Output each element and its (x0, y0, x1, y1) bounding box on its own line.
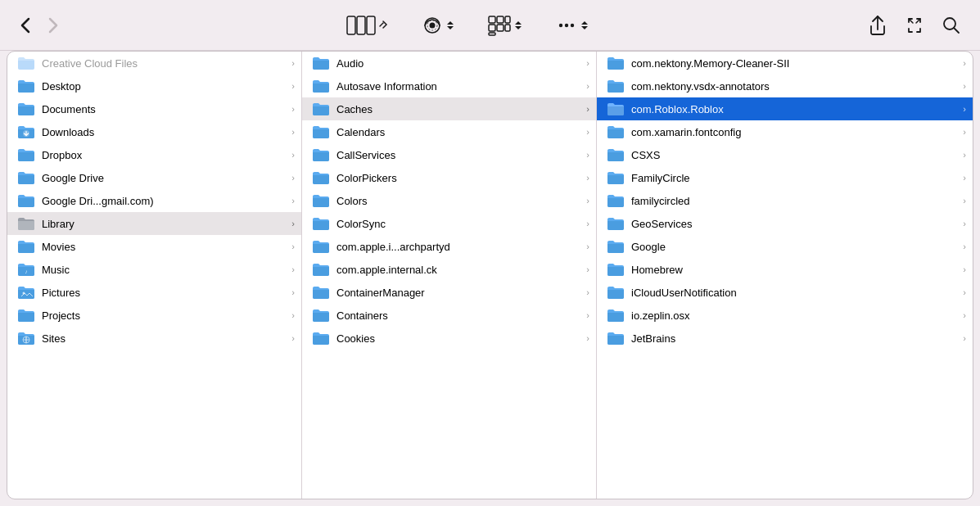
list-item[interactable]: io.zeplin.osx› (597, 304, 973, 327)
list-item[interactable]: Caches› (302, 97, 596, 120)
list-item[interactable]: com.Roblox.Roblox› (597, 97, 973, 120)
file-name: CSXS (631, 149, 960, 161)
svg-rect-12 (489, 33, 495, 35)
list-item[interactable]: Calendars› (302, 120, 596, 143)
list-item[interactable]: familycircled› (597, 189, 973, 212)
file-name: ContainerManager (336, 287, 583, 299)
chevron-icon: › (586, 104, 589, 114)
chevron-icon: › (586, 150, 589, 160)
list-item[interactable]: Pictures› (7, 281, 301, 304)
list-item[interactable]: Google Dri...gmail.com)› (7, 189, 301, 212)
list-item[interactable]: ColorPickers› (302, 166, 596, 189)
view-toggle-button[interactable] (340, 11, 395, 39)
chevron-icon: › (291, 287, 295, 297)
apps-view-button[interactable] (481, 11, 529, 39)
list-item[interactable]: Documents› (7, 97, 301, 120)
folder-icon (607, 285, 625, 300)
svg-rect-6 (489, 16, 495, 23)
chevron-icon: › (963, 150, 966, 160)
folder-icon (17, 308, 35, 323)
list-item[interactable]: ♪ Music› (7, 258, 301, 281)
list-item[interactable]: FamilyCircle› (597, 166, 973, 189)
svg-rect-9 (489, 25, 495, 31)
list-item[interactable]: Google Drive› (7, 166, 301, 189)
list-item[interactable]: CSXS› (597, 143, 973, 166)
list-item[interactable]: Dropbox› (7, 143, 301, 166)
folder-icon (607, 79, 625, 93)
chevron-icon: › (963, 196, 966, 206)
list-item[interactable]: Colors› (302, 189, 596, 212)
list-item[interactable]: Autosave Information› (302, 75, 596, 97)
folder-icon (17, 56, 35, 70)
chevron-icon: › (963, 287, 966, 297)
chevron-icon: › (291, 173, 295, 183)
chevron-icon: › (963, 127, 966, 137)
chevron-icon: › (963, 264, 966, 274)
file-name: FamilyCircle (631, 172, 960, 184)
list-item[interactable]: Containers› (302, 304, 596, 327)
file-name: Music (42, 264, 288, 276)
list-item[interactable]: CallServices› (302, 143, 596, 166)
file-name: ColorPickers (336, 172, 583, 184)
list-item[interactable]: Google› (597, 235, 973, 258)
folder-icon (607, 102, 625, 116)
file-name: JetBrains (631, 332, 960, 345)
more-options-button[interactable] (549, 13, 595, 38)
file-name: Calendars (336, 126, 583, 138)
list-item[interactable]: com.apple.i...archpartyd› (302, 235, 596, 258)
list-item[interactable]: Desktop› (7, 75, 301, 97)
list-item[interactable]: com.xamarin.fontconfig› (597, 120, 973, 143)
folder-icon (607, 193, 625, 208)
svg-rect-2 (367, 16, 375, 34)
file-name: Library (42, 218, 288, 230)
chevron-icon: › (586, 196, 589, 206)
list-item[interactable]: Sites› (7, 327, 301, 350)
folder-icon (607, 308, 625, 323)
list-item[interactable]: GeoServices› (597, 212, 973, 235)
file-name: Homebrew (631, 264, 960, 276)
svg-rect-10 (497, 25, 504, 31)
chevron-icon: › (291, 150, 295, 160)
list-item[interactable]: Library› (7, 212, 301, 235)
list-item[interactable]: Projects› (7, 304, 301, 327)
list-item[interactable]: com.nektony.vsdx-annotators› (597, 75, 973, 97)
file-name: GeoServices (631, 218, 960, 230)
list-item[interactable]: Homebrew› (597, 258, 973, 281)
list-item[interactable]: JetBrains› (597, 327, 973, 350)
list-item[interactable]: com.nektony.Memory-Cleaner-SII› (597, 52, 973, 75)
back-button[interactable] (13, 13, 38, 38)
folder-icon (17, 331, 35, 346)
chevron-icon: › (291, 333, 295, 343)
list-item[interactable]: ContainerManager› (302, 281, 596, 304)
chevron-icon: › (291, 58, 295, 68)
list-item[interactable]: com.apple.internal.ck› (302, 258, 596, 281)
list-item[interactable]: Downloads› (7, 120, 301, 143)
file-name: ColorSync (336, 218, 583, 230)
folder-icon (607, 239, 625, 254)
chevron-icon: › (291, 310, 295, 320)
chevron-icon: › (963, 173, 966, 183)
list-item[interactable]: ColorSync› (302, 212, 596, 235)
view-options-button[interactable] (414, 13, 461, 38)
svg-point-15 (570, 23, 573, 26)
expand-button[interactable] (900, 13, 929, 38)
list-item[interactable]: Creative Cloud Files› (7, 52, 301, 75)
share-button[interactable] (862, 11, 893, 39)
list-item[interactable]: Audio› (302, 52, 596, 75)
svg-point-13 (558, 23, 562, 26)
chevron-icon: › (586, 127, 589, 137)
folder-icon (312, 170, 330, 185)
forward-button[interactable] (41, 13, 65, 38)
list-item[interactable]: Movies› (7, 235, 301, 258)
search-button[interactable] (936, 13, 967, 38)
file-name: com.Roblox.Roblox (631, 103, 960, 115)
list-item[interactable]: iCloudUserNotification› (597, 281, 973, 304)
svg-rect-0 (347, 16, 355, 34)
folder-icon: ♪ (17, 262, 35, 277)
chevron-icon: › (291, 264, 295, 274)
list-item[interactable]: Cookies› (302, 327, 596, 350)
chevron-icon: › (963, 58, 966, 68)
file-name: com.apple.internal.ck (336, 264, 583, 276)
chevron-icon: › (963, 104, 966, 114)
svg-rect-8 (505, 16, 510, 23)
